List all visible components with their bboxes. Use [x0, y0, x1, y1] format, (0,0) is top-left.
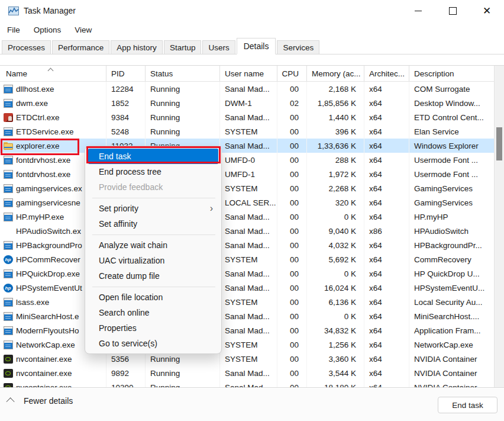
cell-cpu: 00 [277, 195, 307, 210]
process-row-etdctrl-exe[interactable]: ETDCtrl.exe9384RunningSanal Mad...001,44… [0, 110, 504, 124]
menu-item-label: Go to service(s) [99, 339, 157, 348]
menu-item-set-priority[interactable]: Set priority› [88, 201, 218, 216]
close-button[interactable]: ✕ [470, 0, 504, 21]
column-label: PID [111, 69, 125, 78]
process-name: dllhost.exe [16, 85, 54, 94]
process-row-minisearchhost-e[interactable]: MiniSearchHost.eSanal Mad...000 Kx64Mini… [0, 309, 504, 323]
menu-bar: FileOptionsView [0, 21, 504, 38]
process-row-dllhost-exe[interactable]: dllhost.exe12284RunningSanal Mad...002,1… [0, 82, 504, 96]
tab-app-history[interactable]: App history [111, 40, 163, 54]
cell-memory: 1,972 K [307, 167, 364, 181]
tab-startup[interactable]: Startup [164, 40, 202, 54]
menu-item-open-file-location[interactable]: Open file location [88, 290, 218, 305]
column-header-user[interactable]: User name [220, 66, 277, 81]
process-row-nvcontainer-exe[interactable]: nvcontainer.exe10390RunningSanal Mad...0… [0, 380, 504, 388]
cell-name: ETDService.exe [0, 124, 106, 139]
process-row-gamingservices-ex[interactable]: gamingservices.exSYSTEM002,268 Kx64Gamin… [0, 181, 504, 195]
process-row-networkcap-exe[interactable]: NetworkCap.exeSYSTEM001,256 Kx64NetworkC… [0, 338, 504, 352]
process-row-hpsystemeventut[interactable]: HPSystemEventUtSanal Mad...0016,024 Kx64… [0, 281, 504, 295]
cell-arch: x64 [364, 110, 409, 124]
scrollbar-thumb[interactable] [496, 127, 502, 160]
process-name: HPAudioSwitch.ex [16, 227, 81, 236]
menu-file[interactable]: File [1, 23, 27, 37]
cell-arch: x64 [364, 195, 409, 210]
process-row-lsass-exe[interactable]: lsass.exeSYSTEM006,136 Kx64Local Securit… [0, 295, 504, 309]
process-row-hpquickdrop-exe[interactable]: HPQuickDrop.exeSanal Mad...000 Kx64HP Qu… [0, 266, 504, 281]
tab-processes[interactable]: Processes [2, 40, 51, 54]
fewer-details-label: Fewer details [24, 396, 73, 406]
column-header-pid[interactable]: PID [106, 66, 146, 81]
menu-item-uac-virtualization[interactable]: UAC virtualization [88, 253, 218, 268]
process-name: HPCommRecover [16, 255, 80, 264]
tab-services[interactable]: Services [277, 40, 319, 54]
process-row-dwm-exe[interactable]: dwm.exe1852RunningDWM-1021,85,856 Kx64De… [0, 96, 504, 110]
menu-item-end-process-tree[interactable]: End process tree [88, 164, 218, 179]
process-row-nvcontainer-exe[interactable]: nvcontainer.exe5356RunningSYSTEM003,360 … [0, 352, 504, 366]
menu-item-search-online[interactable]: Search online [88, 305, 218, 320]
cell-desc: HP.myHP [409, 210, 494, 224]
menu-item-go-to-service-s[interactable]: Go to service(s) [88, 336, 218, 351]
menu-item-properties[interactable]: Properties [88, 320, 218, 336]
tab-users[interactable]: Users [202, 40, 235, 54]
column-header-cpu[interactable]: CPU [277, 66, 307, 81]
menu-view[interactable]: View [68, 23, 98, 37]
end-task-button[interactable]: End task [438, 397, 497, 413]
column-header-arch[interactable]: Architec... [364, 66, 409, 81]
cell-arch: x64 [364, 338, 409, 352]
cell-name: dllhost.exe [0, 82, 106, 96]
process-row-fontdrvhost-exe[interactable]: fontdrvhost.exeUMFD-000288 Kx64Usermode … [0, 153, 504, 167]
process-row-hpaudioswitch-ex[interactable]: HPAudioSwitch.exSanal Mad...009,040 Kx86… [0, 224, 504, 238]
cell-user: SYSTEM [220, 181, 277, 195]
tab-details[interactable]: Details [237, 38, 276, 54]
maximize-button[interactable] [435, 0, 470, 21]
column-header-desc[interactable]: Description [409, 66, 494, 81]
column-header-name[interactable]: Name [0, 66, 106, 81]
process-row-etdservice-exe[interactable]: ETDService.exe5248RunningSYSTEM00396 Kx6… [0, 124, 504, 139]
cell-arch: x64 [364, 82, 409, 96]
cell-desc: HPSystemEventU... [409, 281, 494, 295]
app-window-icon [4, 213, 13, 221]
process-row-explorer-exe[interactable]: explorer.exe11032RunningSanal Mad...001,… [0, 139, 504, 153]
menu-item-set-affinity[interactable]: Set affinity [88, 216, 218, 232]
cell-memory: 4,032 K [307, 238, 364, 252]
tab-performance[interactable]: Performance [52, 40, 109, 54]
cell-arch: x64 [364, 252, 409, 266]
process-row-modernflyoutsho[interactable]: ModernFlyoutsHoSanal Mad...0034,832 Kx64… [0, 323, 504, 338]
process-name: MiniSearchHost.e [16, 312, 79, 321]
cell-user: Sanal Mad... [220, 266, 277, 281]
cell-pid: 9892 [106, 366, 146, 380]
minimize-button[interactable] [401, 0, 435, 21]
menu-options[interactable]: Options [27, 23, 68, 37]
menu-item-label: Provide feedback [99, 182, 163, 192]
cell-user: SYSTEM [220, 295, 277, 309]
column-label: CPU [282, 69, 299, 78]
process-row-gamingservicesne[interactable]: gamingservicesneLOCAL SER...00320 Kx64Ga… [0, 195, 504, 210]
menu-item-analyze-wait-chain[interactable]: Analyze wait chain [88, 237, 218, 253]
process-name: ETDCtrl.exe [16, 113, 60, 122]
cell-desc: NVIDIA Container [409, 380, 494, 388]
process-row-hpcommrecover[interactable]: HPCommRecoverSYSTEM005,692 Kx64CommRecov… [0, 252, 504, 266]
process-row-nvcontainer-exe[interactable]: nvcontainer.exe9892RunningSanal Mad...00… [0, 366, 504, 380]
menu-item-create-dump-file[interactable]: Create dump file [88, 268, 218, 284]
vertical-scrollbar[interactable] [494, 66, 504, 387]
menu-item-provide-feedback[interactable]: Provide feedback [88, 179, 218, 195]
cell-desc: NVIDIA Container [409, 352, 494, 366]
column-header-memory[interactable]: Memory (ac... [307, 66, 364, 81]
cell-memory: 0 K [307, 210, 364, 224]
cell-arch: x64 [364, 380, 409, 388]
cell-cpu: 00 [277, 338, 307, 352]
app-window-icon [4, 326, 13, 335]
hp-icon [4, 284, 13, 293]
process-row-hp-myhp-exe[interactable]: HP.myHP.exeSanal Mad...000 Kx64HP.myHP [0, 210, 504, 224]
process-row-fontdrvhost-exe[interactable]: fontdrvhost.exeUMFD-1001,972 Kx64Usermod… [0, 167, 504, 181]
cell-cpu: 00 [277, 266, 307, 281]
menu-separator [92, 198, 215, 198]
process-row-hpbackgroundpro[interactable]: HPBackgroundProSanal Mad...004,032 Kx64H… [0, 238, 504, 252]
fewer-details-toggle[interactable]: Fewer details [8, 396, 73, 406]
menu-item-label: Search online [99, 308, 150, 317]
footer-bar: Fewer details End task [0, 388, 504, 421]
menu-item-end-task[interactable]: End task [88, 149, 218, 164]
column-header-status[interactable]: Status [146, 66, 220, 81]
cell-desc: GamingServices [409, 195, 494, 210]
cell-memory: 9,040 K [307, 224, 364, 238]
